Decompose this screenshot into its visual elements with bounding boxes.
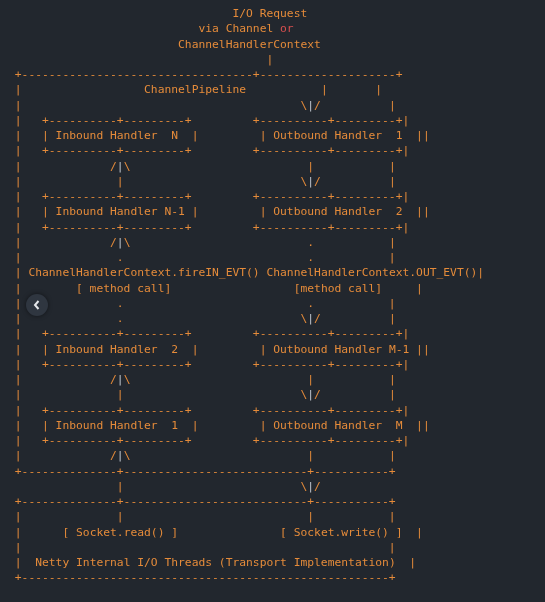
outbound-handler-2: Outbound Handler 2 [273,205,402,218]
header-line-3: ChannelHandlerContext [178,38,321,51]
inbound-handler-2: Inbound Handler 2 [56,343,178,356]
inbound-handler-n-1: Inbound Handler N-1 [56,205,185,218]
header-line-2a: via Channel [198,22,280,35]
chevron-left-icon [32,300,42,310]
method-call-in: [ method call] [76,282,171,295]
ascii-diagram: I/O Request via Channel or ChannelHandle… [0,0,545,586]
footer-text: Netty Internal I/O Threads (Transport Im… [35,556,395,569]
method-call-out: [method call] [294,282,382,295]
header-line-1: I/O Request [232,7,307,20]
outbound-handler-1: Outbound Handler 1 [273,129,402,142]
ctx-outbound: ChannelHandlerContext.OUT_EVT() [266,266,477,279]
previous-arrow-button[interactable] [26,294,48,316]
pipeline-title: ChannelPipeline [144,83,246,96]
header-or: or [280,22,294,35]
outbound-handler-m-1: Outbound Handler M-1 [273,343,409,356]
socket-read: [ Socket.read() ] [62,526,178,539]
ctx-inbound: ChannelHandlerContext.fireIN_EVT() [28,266,259,279]
inbound-handler-1: Inbound Handler 1 [56,419,178,432]
socket-write: [ Socket.write() ] [280,526,402,539]
inbound-handler-n: Inbound Handler N [56,129,178,142]
outbound-handler-m: Outbound Handler M [273,419,402,432]
